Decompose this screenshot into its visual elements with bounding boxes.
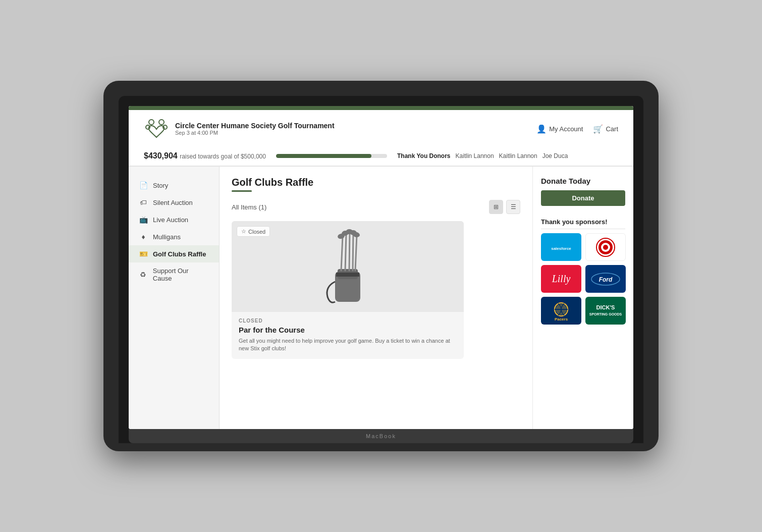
donor-2: Kaitlin Lannon [499, 152, 537, 159]
sidebar-label-story: Story [153, 182, 168, 189]
sidebar-label-mulligans: Mulligans [153, 233, 181, 241]
app-body: 📄 Story 🏷 Silent Auction 📺 Live Auction … [129, 167, 633, 429]
sidebar-item-silent-auction[interactable]: 🏷 Silent Auction [129, 194, 219, 211]
donor-1: Kaitlin Lannon [456, 152, 494, 159]
svg-text:DICK'S: DICK'S [596, 304, 615, 310]
svg-point-0 [149, 120, 154, 125]
sidebar-item-live-auction[interactable]: 📺 Live Auction [129, 211, 219, 228]
sponsor-ford: Ford [585, 265, 626, 293]
laptop-bottom: MacBook [129, 429, 633, 443]
page-title: Golf Clubs Raffle [232, 177, 520, 188]
item-info: CLOSED Par for the Course Get all you mi… [232, 312, 464, 359]
live-auction-icon: 📺 [139, 216, 148, 224]
dicks-logo-svg: DICK'S SPORTING GOODS [588, 298, 623, 324]
header-left: Circle Center Humane Society Golf Tourna… [144, 116, 335, 141]
svg-line-9 [349, 232, 350, 271]
items-count: All Items (1) [232, 203, 266, 211]
view-toggle: ⊞ ☰ [489, 200, 520, 214]
laptop-brand-label: MacBook [366, 433, 396, 439]
my-account-button[interactable]: 👤 My Account [536, 124, 583, 134]
svg-rect-6 [336, 273, 359, 277]
org-name: Circle Center Humane Society Golf Tourna… [175, 122, 335, 130]
thank-you-donors-label: Thank You Donors [397, 152, 451, 159]
org-info: Circle Center Humane Society Golf Tourna… [175, 122, 335, 136]
cart-label: Cart [606, 125, 618, 133]
sponsor-pacers: Pacers [541, 297, 581, 325]
sidebar-label-silent-auction: Silent Auction [153, 199, 193, 206]
item-name: Par for the Course [239, 326, 457, 334]
sponsors-title: Thank you sponsors! [541, 218, 625, 229]
sponsors-section: Thank you sponsors! salesforce [541, 218, 625, 325]
golf-clubs-illustration [320, 226, 375, 307]
sponsor-dicks: DICK'S SPORTING GOODS [585, 297, 626, 325]
raised-amount: $430,904 [144, 151, 178, 160]
sponsor-lilly: Lilly [541, 265, 581, 293]
laptop-frame: Circle Center Humane Society Golf Tourna… [103, 81, 659, 451]
lilly-text: Lilly [552, 273, 571, 285]
sponsor-salesforce: salesforce [541, 233, 581, 261]
donor-3: Joe Duca [542, 152, 568, 159]
header-main-row: Circle Center Humane Society Golf Tourna… [129, 110, 633, 147]
svg-text:Ford: Ford [599, 276, 613, 283]
sidebar-item-story[interactable]: 📄 Story [129, 177, 219, 194]
items-bar: All Items (1) ⊞ ☰ [232, 200, 520, 214]
progress-area: $430,904 raised towards goal of $500,000… [129, 147, 633, 166]
list-icon: ☰ [511, 203, 516, 210]
sidebar: 📄 Story 🏷 Silent Auction 📺 Live Auction … [129, 167, 220, 429]
svg-rect-31 [588, 298, 623, 324]
item-description: Get all you might need to help improve y… [239, 337, 457, 353]
raised-text: $430,904 raised towards goal of $500,000 [144, 151, 266, 161]
svg-text:salesforce: salesforce [551, 246, 571, 251]
main-content: Golf Clubs Raffle All Items (1) ⊞ ☰ [220, 167, 532, 429]
account-label: My Account [549, 125, 583, 133]
cart-icon: 🛒 [593, 124, 603, 134]
org-logo [144, 116, 169, 141]
cart-button[interactable]: 🛒 Cart [593, 124, 618, 134]
svg-point-22 [603, 245, 608, 250]
right-panel: Donate Today Donate Thank you sponsors! … [532, 167, 633, 429]
donate-button[interactable]: Donate [541, 190, 625, 206]
sidebar-item-mulligans[interactable]: ♦ Mulligans [129, 228, 219, 245]
svg-text:Pacers: Pacers [555, 317, 568, 322]
svg-line-8 [345, 234, 346, 271]
sidebar-item-golf-clubs-raffle[interactable]: 🎫 Golf Clubs Raffle [129, 245, 219, 262]
closed-label: Closed [248, 229, 265, 235]
app-header: Circle Center Humane Society Golf Tourna… [129, 106, 633, 167]
list-view-button[interactable]: ☰ [506, 200, 520, 214]
golf-clubs-raffle-icon: 🎫 [139, 250, 148, 258]
progress-bar [276, 154, 387, 158]
support-our-cause-icon: ♻ [139, 271, 148, 279]
sidebar-label-support-our-cause: Support Our Cause [153, 267, 209, 282]
grid-icon: ⊞ [494, 203, 499, 210]
header-accent-bar [129, 106, 633, 110]
svg-line-11 [355, 235, 357, 271]
item-status: CLOSED [239, 318, 457, 324]
event-date: Sep 3 at 4:00 PM [175, 130, 335, 136]
laptop-chin [119, 443, 643, 451]
svg-line-7 [341, 236, 343, 271]
sidebar-item-support-our-cause[interactable]: ♻ Support Our Cause [129, 262, 219, 287]
sidebar-label-golf-clubs-raffle: Golf Clubs Raffle [153, 250, 206, 258]
target-logo-svg [595, 237, 616, 257]
progress-row: $430,904 raised towards goal of $500,000… [144, 151, 618, 161]
header-actions: 👤 My Account 🛒 Cart [536, 124, 618, 134]
item-card[interactable]: ☆ Closed CLOSED Par for the Course Get a… [232, 221, 464, 359]
sponsor-target [585, 233, 626, 261]
silent-auction-icon: 🏷 [139, 198, 148, 206]
grid-view-button[interactable]: ⊞ [489, 200, 503, 214]
closed-badge: ☆ Closed [237, 226, 270, 237]
raised-suffix: raised towards goal of $500,000 [180, 153, 266, 160]
svg-point-1 [159, 120, 164, 125]
progress-fill [276, 154, 371, 158]
laptop-screen: Circle Center Humane Society Golf Tourna… [129, 106, 633, 429]
donate-today-title: Donate Today [541, 177, 625, 185]
donate-today-section: Donate Today Donate [541, 177, 625, 206]
account-icon: 👤 [536, 124, 547, 134]
mulligans-icon: ♦ [139, 233, 148, 241]
item-image: ☆ Closed [232, 221, 464, 312]
screen-bezel: Circle Center Humane Society Golf Tourna… [119, 96, 643, 443]
star-icon: ☆ [241, 228, 246, 235]
donors-section: Thank You Donors Kaitlin Lannon Kaitlin … [397, 152, 568, 159]
sponsors-grid: salesforce [541, 233, 625, 325]
story-icon: 📄 [139, 181, 148, 189]
